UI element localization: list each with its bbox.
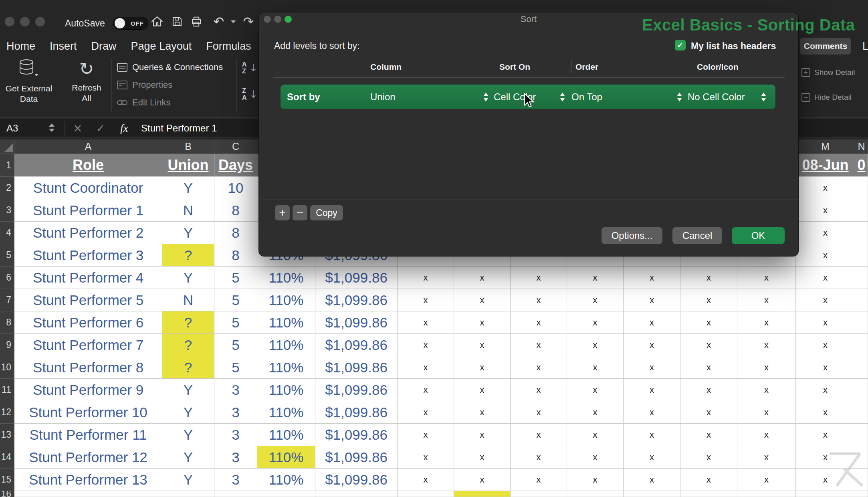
- cell-role[interactable]: Stunt Performer 7: [14, 334, 162, 356]
- cell-schedule[interactable]: x: [511, 469, 567, 491]
- cell-schedule[interactable]: x: [737, 469, 796, 491]
- cell-schedule[interactable]: x: [567, 311, 624, 334]
- autosave-toggle[interactable]: OFF: [113, 17, 148, 30]
- properties-button[interactable]: Properties: [117, 77, 172, 93]
- cell[interactable]: [855, 491, 868, 497]
- confirm-entry-icon[interactable]: ✓: [96, 119, 105, 137]
- column-header[interactable]: C: [214, 139, 257, 154]
- sort-descending-button[interactable]: ZA ↓: [242, 87, 258, 101]
- cell[interactable]: [511, 491, 567, 497]
- cell-schedule[interactable]: x: [511, 379, 567, 401]
- zoom-window-button[interactable]: [35, 17, 45, 26]
- redo-button[interactable]: ↷: [241, 14, 256, 29]
- cell-role[interactable]: Stunt Performer 8: [14, 356, 162, 379]
- cell-schedule[interactable]: x: [454, 379, 511, 401]
- tab-draw[interactable]: Draw: [91, 40, 117, 53]
- cell-schedule[interactable]: x: [511, 424, 567, 446]
- cell-schedule[interactable]: x: [454, 469, 511, 491]
- cell-role[interactable]: Stunt Performer 1: [14, 199, 162, 222]
- copy-level-button[interactable]: Copy: [310, 205, 343, 220]
- cell-fee[interactable]: $1,099.86: [315, 356, 398, 379]
- undo-button[interactable]: ↶: [212, 14, 226, 29]
- cell-schedule[interactable]: x: [680, 267, 737, 289]
- cell-union[interactable]: Y: [162, 469, 214, 491]
- cell-schedule[interactable]: x: [680, 424, 737, 446]
- ok-button[interactable]: OK: [732, 227, 785, 244]
- cell-schedule[interactable]: x: [567, 401, 624, 424]
- cell-days[interactable]: 10: [214, 177, 257, 199]
- sort-ascending-button[interactable]: AZ ↓: [242, 61, 258, 75]
- cell[interactable]: [162, 491, 214, 497]
- cell-role[interactable]: Stunt Performer 10: [14, 401, 162, 424]
- cell-schedule[interactable]: x: [796, 244, 855, 267]
- cell-schedule[interactable]: x: [398, 334, 454, 356]
- cell-rate[interactable]: 110%: [257, 311, 315, 334]
- cell-role[interactable]: Stunt Coordinator: [14, 177, 162, 199]
- cell-schedule[interactable]: x: [796, 222, 855, 244]
- header-cell-role[interactable]: Role: [14, 154, 162, 177]
- comments-button[interactable]: Comments: [800, 38, 851, 55]
- cell-union[interactable]: N: [162, 289, 214, 311]
- cell-schedule[interactable]: x: [398, 446, 454, 469]
- cell-schedule[interactable]: x: [511, 446, 567, 469]
- cell-role[interactable]: Stunt Performer 4: [14, 267, 162, 289]
- row-header[interactable]: 6: [0, 267, 14, 289]
- cell-union[interactable]: N: [162, 199, 214, 222]
- cell-schedule[interactable]: x: [567, 446, 624, 469]
- cell-schedule[interactable]: x: [796, 334, 855, 356]
- column-header[interactable]: N: [855, 139, 868, 154]
- cell-schedule[interactable]: x: [511, 401, 567, 424]
- cell-schedule[interactable]: x: [680, 334, 737, 356]
- cell[interactable]: [855, 289, 868, 311]
- row-header[interactable]: 4: [0, 222, 14, 244]
- cell-fee[interactable]: $1,099.86: [315, 424, 398, 446]
- cell-schedule[interactable]: x: [398, 424, 454, 446]
- cell[interactable]: [567, 491, 624, 497]
- cell-role[interactable]: Stunt Performer 3: [14, 244, 162, 267]
- cell-rate[interactable]: 110%: [257, 334, 315, 356]
- column-header[interactable]: B: [162, 139, 214, 154]
- cell-days[interactable]: 8: [214, 222, 257, 244]
- cell-schedule[interactable]: x: [680, 446, 737, 469]
- cell-union[interactable]: Y: [162, 401, 214, 424]
- cell-schedule[interactable]: x: [511, 267, 567, 289]
- cell-schedule[interactable]: x: [511, 289, 567, 311]
- cell[interactable]: [214, 491, 257, 497]
- column-header[interactable]: A: [14, 139, 162, 154]
- cell-union[interactable]: Y: [162, 222, 214, 244]
- cell-schedule[interactable]: x: [624, 379, 680, 401]
- header-cell-date[interactable]: 08-Jun: [796, 154, 855, 177]
- cell-schedule[interactable]: x: [624, 424, 680, 446]
- options-button[interactable]: Options...: [602, 227, 662, 244]
- cell-fee[interactable]: $1,099.86: [315, 311, 398, 334]
- cell-union[interactable]: Y: [162, 379, 214, 401]
- cell-schedule[interactable]: x: [454, 356, 511, 379]
- cell-schedule[interactable]: x: [454, 334, 511, 356]
- row-header[interactable]: 1: [0, 154, 14, 177]
- cell-schedule[interactable]: x: [796, 199, 855, 222]
- cell[interactable]: [680, 491, 737, 497]
- cell-schedule[interactable]: x: [624, 267, 680, 289]
- cell-schedule[interactable]: x: [624, 469, 680, 491]
- cell-schedule[interactable]: x: [511, 334, 567, 356]
- cell-schedule[interactable]: x: [454, 289, 511, 311]
- sort-on-stepper-icon[interactable]: [483, 92, 489, 102]
- select-all-corner[interactable]: [0, 139, 14, 154]
- cell-schedule[interactable]: x: [398, 401, 454, 424]
- cell-fee[interactable]: $1,099.86: [315, 446, 398, 469]
- cell-schedule[interactable]: x: [796, 401, 855, 424]
- cell-schedule[interactable]: x: [567, 267, 624, 289]
- queries-connections-button[interactable]: Queries & Connections: [117, 59, 223, 75]
- cell-schedule[interactable]: x: [680, 311, 737, 334]
- tab-partial[interactable]: L: [862, 40, 868, 53]
- sort-column-dropdown[interactable]: Union: [370, 85, 396, 109]
- cell-union[interactable]: Y: [162, 267, 214, 289]
- cell-schedule[interactable]: x: [454, 446, 511, 469]
- row-header[interactable]: 15: [0, 469, 14, 491]
- cell-schedule[interactable]: x: [737, 289, 796, 311]
- cell-days[interactable]: 3: [214, 424, 257, 446]
- row-header[interactable]: 13: [0, 424, 14, 446]
- color-icon-stepper-icon[interactable]: [676, 92, 682, 102]
- row-header[interactable]: 3: [0, 199, 14, 222]
- cell-days[interactable]: 5: [214, 334, 257, 356]
